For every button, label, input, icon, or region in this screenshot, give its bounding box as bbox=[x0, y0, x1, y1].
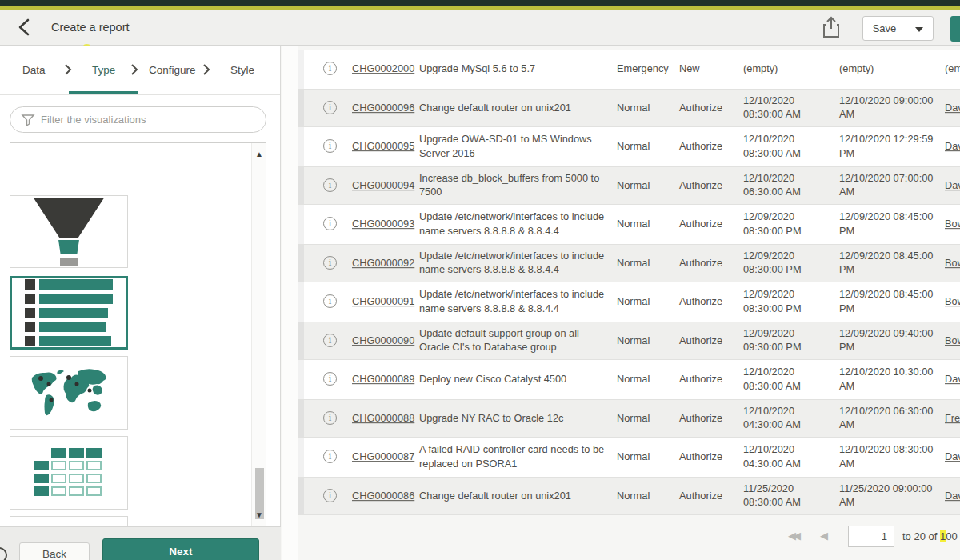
share-icon[interactable] bbox=[821, 15, 842, 39]
info-icon[interactable]: i bbox=[323, 334, 337, 347]
report-wizard-panel: Data Type Configure Style bbox=[0, 46, 281, 560]
planned-end-date: (empty) bbox=[839, 62, 935, 76]
change-number-link[interactable]: CHG0000086 bbox=[352, 490, 414, 502]
assignee-link[interactable]: Dav bbox=[945, 450, 960, 462]
change-number-link[interactable]: CHG0000095 bbox=[352, 140, 414, 152]
change-number-link[interactable]: CHG0000092 bbox=[352, 257, 414, 269]
info-icon[interactable]: i bbox=[323, 217, 337, 230]
filter-funnel-icon bbox=[21, 113, 35, 127]
assignee-link[interactable]: Dav bbox=[945, 140, 960, 152]
short-description: Upgrade OWA-SD-01 to MS Windows Server 2… bbox=[419, 133, 611, 161]
planned-end-date: 12/09/2020 08:45:00 PM bbox=[839, 210, 935, 238]
viz-card-heatmap[interactable] bbox=[10, 436, 128, 510]
info-icon[interactable]: i bbox=[323, 372, 337, 386]
tab-type[interactable]: Type bbox=[92, 64, 115, 78]
planned-end-date: 11/25/2020 09:00:00 AM bbox=[839, 482, 935, 510]
run-button-partial[interactable] bbox=[950, 16, 960, 42]
back-button[interactable]: Back bbox=[19, 542, 90, 560]
row-edge bbox=[298, 167, 304, 205]
wizard-footer: Back Next bbox=[0, 526, 281, 560]
viz-card-funnel[interactable] bbox=[10, 195, 128, 268]
assignee-link[interactable]: Dav bbox=[945, 102, 960, 114]
assignee-link: (em bbox=[945, 62, 960, 74]
info-icon[interactable]: i bbox=[323, 62, 337, 75]
info-icon[interactable]: i bbox=[323, 450, 337, 463]
table-row: i CHG0000087 A failed RAID controller ca… bbox=[298, 438, 960, 477]
table-row: i CHG0000094 Increase db_block_buffers f… bbox=[298, 166, 960, 206]
assignee-link[interactable]: Bow bbox=[945, 257, 960, 269]
pagination-range-label: to 20 of 100 bbox=[902, 530, 958, 542]
change-number-link[interactable]: CHG0000090 bbox=[352, 334, 414, 346]
info-icon[interactable]: i bbox=[323, 101, 337, 114]
save-dropdown-button[interactable] bbox=[906, 16, 934, 41]
assignee-link[interactable]: Dav bbox=[945, 373, 960, 385]
info-icon[interactable]: i bbox=[323, 411, 337, 425]
save-button[interactable]: Save bbox=[862, 16, 906, 41]
info-icon[interactable]: i bbox=[323, 178, 337, 192]
change-number-link[interactable]: CHG0000089 bbox=[352, 373, 414, 385]
priority-value: Normal bbox=[617, 411, 676, 426]
wizard-steps: Data Type Configure Style bbox=[0, 46, 280, 95]
panel-gutter bbox=[282, 46, 298, 560]
viz-card-map[interactable] bbox=[10, 356, 128, 430]
priority-value: Normal bbox=[617, 450, 676, 464]
viz-card-list[interactable] bbox=[10, 276, 128, 350]
assignee-link[interactable]: Bow bbox=[945, 218, 960, 230]
planned-end-date: 12/09/2020 09:40:00 PM bbox=[839, 326, 935, 354]
info-icon[interactable]: i bbox=[323, 294, 337, 308]
next-button[interactable]: Next bbox=[102, 538, 259, 560]
chevron-right-icon bbox=[130, 63, 138, 76]
short-description: Change default router on unix201 bbox=[419, 489, 611, 503]
scroll-up-icon[interactable]: ▲ bbox=[254, 150, 264, 159]
list-bar-chart-icon bbox=[25, 279, 113, 346]
visualization-list bbox=[0, 143, 281, 526]
tab-data[interactable]: Data bbox=[22, 64, 46, 76]
change-number-link[interactable]: CHG0000093 bbox=[352, 218, 414, 230]
change-number-link[interactable]: CHG0000087 bbox=[352, 450, 414, 462]
planned-end-date: 12/10/2020 09:00:00 AM bbox=[839, 94, 935, 122]
filter-input[interactable] bbox=[41, 109, 257, 130]
planned-start-date: 12/10/2020 04:30:00 AM bbox=[743, 443, 836, 471]
planned-start-date: (empty) bbox=[743, 62, 836, 76]
first-page-icon[interactable]: ◀◀ bbox=[788, 530, 798, 542]
planned-end-date: 12/10/2020 08:30:00 AM bbox=[839, 443, 935, 471]
priority-value: Normal bbox=[617, 489, 676, 503]
info-icon[interactable]: i bbox=[323, 139, 337, 153]
funnel-chart-icon bbox=[33, 198, 105, 266]
table-row: i CHG0000086 Change default router on un… bbox=[298, 477, 960, 516]
assignee-link[interactable]: Bow bbox=[945, 295, 960, 307]
info-icon[interactable]: i bbox=[323, 256, 337, 270]
state-value: Authorize bbox=[679, 450, 742, 464]
change-number-link[interactable]: CHG0002000 bbox=[352, 62, 414, 74]
assignee-link[interactable]: Bow bbox=[945, 334, 960, 346]
assignee-link[interactable]: Dav bbox=[945, 179, 960, 191]
change-number-link[interactable]: CHG0000088 bbox=[352, 412, 414, 424]
planned-start-date: 12/10/2020 08:30:00 AM bbox=[743, 366, 836, 394]
viz-card-pyramid[interactable] bbox=[10, 516, 128, 526]
table-row: i CHG0002000 Upgrade MySql 5.6 to 5.7 Em… bbox=[298, 50, 960, 89]
page-number-input[interactable] bbox=[848, 526, 894, 547]
priority-value: Normal bbox=[617, 372, 676, 386]
world-map-icon bbox=[27, 366, 110, 419]
back-chevron-icon[interactable] bbox=[14, 17, 35, 38]
short-description: Update default support group on all Orac… bbox=[419, 326, 611, 354]
assignee-link[interactable]: Fre bbox=[945, 412, 960, 424]
tab-configure[interactable]: Configure bbox=[149, 64, 196, 76]
change-number-link[interactable]: CHG0000091 bbox=[352, 295, 414, 307]
tab-style[interactable]: Style bbox=[230, 64, 254, 76]
previous-page-icon[interactable]: ◀ bbox=[820, 530, 828, 542]
scroll-down-icon[interactable]: ▼ bbox=[254, 510, 264, 520]
planned-start-date: 12/09/2020 09:30:00 PM bbox=[743, 326, 836, 354]
change-number-link[interactable]: CHG0000094 bbox=[352, 179, 414, 191]
row-edge bbox=[298, 205, 304, 244]
info-icon[interactable]: i bbox=[323, 489, 337, 502]
row-edge bbox=[298, 245, 304, 282]
priority-value: Normal bbox=[617, 178, 676, 193]
row-edge bbox=[298, 322, 304, 360]
short-description: Upgrade MySql 5.6 to 5.7 bbox=[419, 62, 611, 76]
table-row: i CHG0000089 Deploy new Cisco Catalyst 4… bbox=[298, 360, 960, 399]
panel-scrollbar[interactable]: ▲ ▼ bbox=[251, 143, 266, 526]
assignee-link[interactable]: Dav bbox=[945, 490, 960, 502]
table-row: i CHG0000090 Update default support grou… bbox=[298, 322, 960, 361]
change-number-link[interactable]: CHG0000096 bbox=[352, 102, 414, 114]
